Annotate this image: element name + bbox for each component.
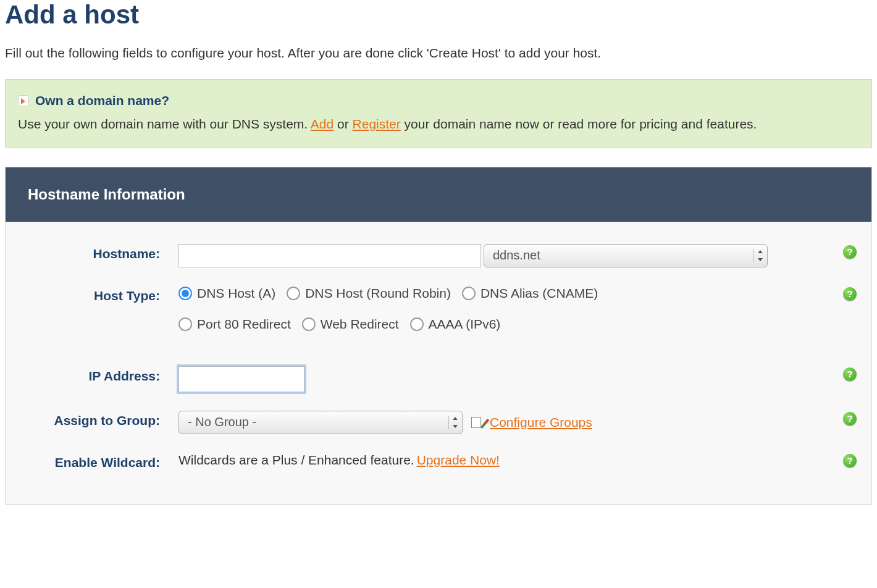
chevron-updown-icon: [753, 249, 763, 262]
panel-body: Hostname: ddns.net Host Type: DNS Host (…: [6, 222, 871, 504]
hostname-input[interactable]: [178, 244, 481, 267]
wildcard-label: Enable Wildcard:: [12, 452, 178, 470]
radio-label: DNS Host (Round Robin): [305, 286, 451, 301]
radio-icon: [410, 317, 424, 331]
info-heading-text: Own a domain name?: [35, 93, 169, 108]
help-icon[interactable]: [843, 412, 857, 426]
ip-row: IP Address:: [12, 356, 865, 401]
hostname-row: Hostname: ddns.net: [12, 234, 865, 276]
register-domain-link[interactable]: Register: [353, 117, 401, 131]
help-icon[interactable]: [843, 245, 857, 259]
chevron-updown-icon: [448, 416, 458, 429]
add-domain-link[interactable]: Add: [311, 117, 334, 131]
radio-icon: [302, 317, 316, 331]
page-title: Add a host: [5, 0, 872, 30]
wildcard-row: Enable Wildcard: Wildcards are a Plus / …: [12, 443, 865, 479]
configure-groups-link[interactable]: Configure Groups: [490, 415, 592, 430]
hostname-label: Hostname:: [12, 243, 178, 261]
help-icon[interactable]: [843, 368, 857, 381]
info-text-pre: Use your own domain name with our DNS sy…: [18, 117, 311, 131]
radio-label: DNS Alias (CNAME): [480, 286, 598, 301]
ip-address-input[interactable]: [178, 366, 304, 392]
group-row: Assign to Group: - No Group - Configure …: [12, 401, 865, 443]
hostname-panel: Hostname Information Hostname: ddns.net …: [5, 167, 872, 505]
hosttype-radio-port80[interactable]: Port 80 Redirect: [178, 317, 291, 332]
hosttype-radio-cname[interactable]: DNS Alias (CNAME): [462, 286, 598, 301]
radio-label: DNS Host (A): [197, 286, 275, 301]
radio-icon: [462, 287, 476, 300]
radio-icon: [178, 317, 192, 331]
ip-label: IP Address:: [12, 365, 178, 384]
radio-label: Port 80 Redirect: [197, 317, 291, 332]
group-label: Assign to Group:: [12, 410, 178, 428]
radio-label: AAAA (IPv6): [429, 317, 501, 332]
upgrade-now-link[interactable]: Upgrade Now!: [417, 453, 500, 468]
domain-info-box: Own a domain name? Use your own domain n…: [5, 79, 872, 148]
hosttype-radio-roundrobin[interactable]: DNS Host (Round Robin): [287, 286, 451, 301]
help-icon[interactable]: [843, 454, 857, 468]
hosttype-radio-a[interactable]: DNS Host (A): [178, 286, 275, 301]
hosttype-row: Host Type: DNS Host (A) DNS Host (Round …: [12, 276, 865, 356]
page-description: Fill out the following fields to configu…: [5, 46, 872, 61]
group-select[interactable]: - No Group -: [178, 411, 463, 434]
radio-icon: [287, 287, 300, 300]
info-box-text: Use your own domain name with our DNS sy…: [18, 114, 859, 134]
hosttype-radio-aaaa[interactable]: AAAA (IPv6): [410, 317, 501, 332]
info-box-heading: Own a domain name?: [18, 93, 169, 108]
info-text-post: your domain name now or read more for pr…: [401, 117, 757, 131]
wildcard-text: Wildcards are a Plus / Enhanced feature.: [178, 453, 414, 468]
arrow-right-icon: [18, 95, 29, 106]
panel-header: Hostname Information: [6, 167, 871, 222]
domain-select-value: ddns.net: [493, 248, 540, 262]
domain-select[interactable]: ddns.net: [484, 244, 768, 267]
help-icon[interactable]: [843, 287, 857, 301]
hosttype-label: Host Type:: [12, 285, 178, 303]
group-select-value: - No Group -: [188, 415, 256, 429]
hosttype-radio-webredirect[interactable]: Web Redirect: [302, 317, 399, 332]
radio-icon: [178, 287, 192, 300]
edit-icon: [471, 416, 485, 429]
radio-label: Web Redirect: [321, 317, 399, 332]
info-text-or: or: [334, 117, 352, 131]
